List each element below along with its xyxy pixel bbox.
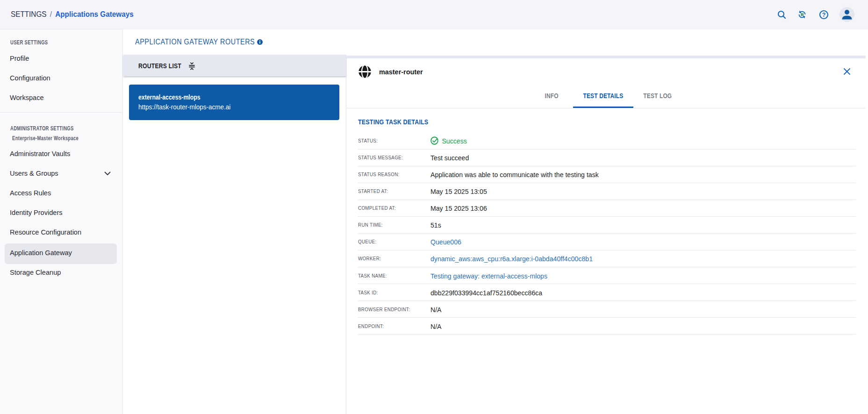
svg-text:?: ?: [822, 12, 826, 18]
